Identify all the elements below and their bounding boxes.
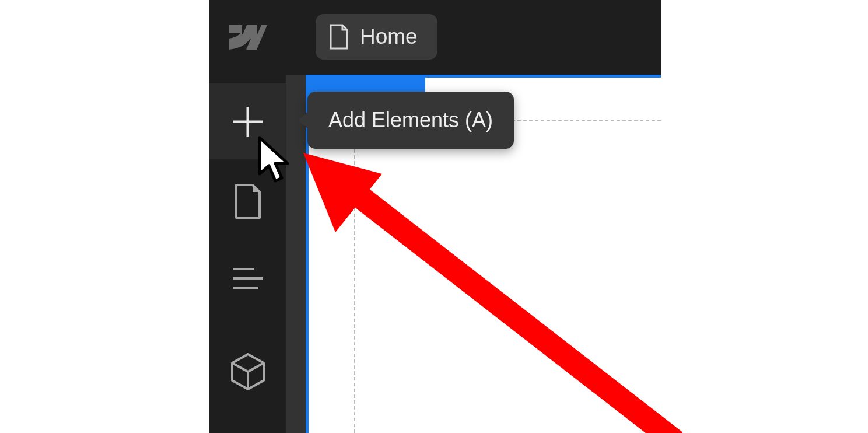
- plus-icon: [232, 106, 264, 138]
- add-elements-button[interactable]: [209, 83, 286, 159]
- canvas-guide-box: [354, 120, 661, 433]
- navigator-icon: [233, 267, 263, 290]
- tooltip-text: Add Elements (A): [328, 108, 493, 132]
- add-elements-tooltip: Add Elements (A): [307, 92, 514, 149]
- navigator-button[interactable]: [209, 240, 286, 316]
- assets-button[interactable]: [209, 334, 286, 410]
- page-icon: [328, 24, 349, 50]
- webflow-logo[interactable]: [209, 0, 286, 75]
- webflow-logo-icon: [229, 25, 267, 50]
- app-frame: Home: [209, 0, 661, 433]
- page-selector[interactable]: Home: [316, 14, 438, 60]
- pages-button[interactable]: [209, 163, 286, 239]
- cube-icon: [231, 353, 265, 390]
- page-icon: [234, 184, 262, 219]
- left-sidebar: [209, 0, 286, 433]
- page-label: Home: [360, 25, 418, 49]
